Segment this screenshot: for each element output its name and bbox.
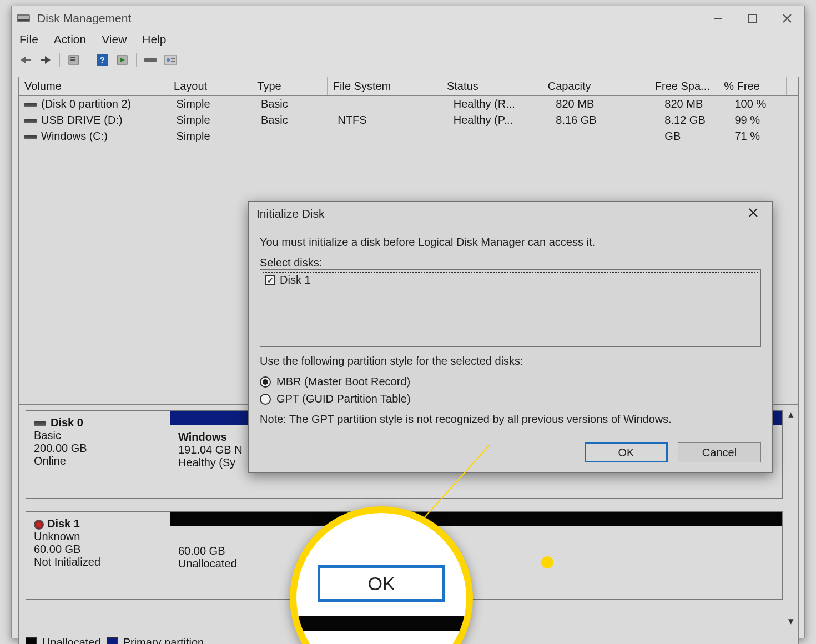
partition-unallocated[interactable]: 60.00 GB Unallocated [170,526,782,599]
properties-icon[interactable] [66,53,82,67]
col-pct-free[interactable]: % Free [718,77,787,95]
disk-icon [34,421,46,426]
volume-name: (Disk 0 partition 2) [41,98,131,110]
col-free-space[interactable]: Free Spa... [649,77,718,95]
disk-type: Basic [34,429,162,442]
dialog-title-bar: Initialize Disk [249,202,772,226]
refresh-icon[interactable] [114,53,130,67]
col-capacity[interactable]: Capacity [542,77,649,95]
unallocated-stripe [170,512,782,526]
dialog-instruction: You must initialize a disk before Logica… [260,236,761,249]
disk-name: Disk 1 [47,517,80,530]
radio-label: GPT (GUID Partition Table) [276,393,411,405]
svg-rect-18 [144,58,157,62]
disk-checkbox[interactable]: ✓ [265,275,275,285]
disk-type: Unknown [34,530,162,543]
col-type[interactable]: Type [251,77,328,95]
select-disks-label: Select disks: [260,256,761,269]
col-volume[interactable]: Volume [19,77,168,95]
menu-action[interactable]: Action [54,33,86,46]
window-title: Disk Management [37,12,131,25]
disk-name: Disk 0 [51,416,83,429]
disk-list-item[interactable]: ✓ Disk 1 [263,272,758,288]
help-icon[interactable]: ? [94,53,110,67]
legend-swatch-primary [107,637,118,645]
initialize-disk-dialog: Initialize Disk You must initialize a di… [248,201,773,473]
svg-rect-1 [18,16,29,19]
volume-icon [24,103,37,107]
svg-text:?: ? [99,55,104,64]
maximize-button[interactable] [736,7,770,29]
svg-rect-10 [41,59,45,61]
radio-gpt[interactable]: GPT (GUID Partition Table) [260,393,761,405]
callout-dot [541,556,553,568]
cancel-button[interactable]: Cancel [678,442,761,462]
magnified-ok-button: OK [318,565,445,602]
volume-name: Windows (C:) [41,130,108,142]
svg-rect-4 [749,14,757,22]
minimize-button[interactable] [701,7,736,29]
col-layout[interactable]: Layout [168,77,251,95]
disk-icon[interactable] [142,53,159,67]
scroll-up-icon[interactable]: ▴ [785,408,797,420]
svg-rect-2 [18,19,29,21]
radio-mbr-icon [260,376,271,388]
volume-row[interactable]: Windows (C:) Simple GB 71 % [19,128,798,144]
disk1-info[interactable]: Disk 1 Unknown 60.00 GB Not Initialized [26,511,170,600]
svg-rect-13 [70,59,75,61]
col-status[interactable]: Status [441,77,542,95]
svg-rect-8 [26,59,31,61]
disk-status: Not Initialized [34,556,162,568]
disk-item-label: Disk 1 [280,274,311,286]
svg-marker-9 [45,56,51,64]
volume-row[interactable]: (Disk 0 partition 2) Simple Basic Health… [19,96,798,112]
app-icon [16,12,32,24]
scroll-down-icon[interactable]: ▾ [785,615,797,627]
svg-rect-19 [164,56,177,64]
back-button[interactable] [17,53,34,67]
dialog-close-button[interactable] [742,206,764,222]
menu-file[interactable]: File [19,33,38,46]
svg-marker-7 [21,56,26,64]
disk-status: Online [34,455,162,467]
uninitialized-disk-icon [34,520,44,530]
disk0-info[interactable]: Disk 0 Basic 200.00 GB Online [26,410,170,499]
radio-label: MBR (Master Boot Record) [276,375,410,388]
partition-style-label: Use the following partition style for th… [260,355,761,368]
svg-rect-21 [171,58,175,59]
close-button[interactable] [770,7,804,29]
title-bar: Disk Management [12,6,804,31]
ok-button[interactable]: OK [585,442,668,462]
legend-primary-label: Primary partition [123,636,204,644]
dialog-note: Note: The GPT partition style is not rec… [260,413,693,426]
volume-icon [24,119,37,123]
svg-rect-12 [70,57,75,58]
menu-view[interactable]: View [102,33,127,46]
dialog-title: Initialize Disk [256,207,325,220]
radio-mbr[interactable]: MBR (Master Boot Record) [260,375,761,388]
disk-list: ✓ Disk 1 [260,269,761,347]
settings-icon[interactable] [162,53,179,67]
legend-swatch-unallocated [26,637,37,645]
volume-icon [24,135,37,139]
menu-bar: File Action View Help [12,31,804,52]
volume-name: USB DRIVE (D:) [41,114,123,126]
radio-gpt-icon [260,394,271,405]
col-file-system[interactable]: File System [328,77,441,95]
legend: Unallocated Primary partition [26,636,204,644]
forward-button[interactable] [37,53,54,67]
disk-size: 200.00 GB [34,442,162,455]
magnified-stripe [296,616,466,631]
volume-row[interactable]: USB DRIVE (D:) Simple Basic NTFS Healthy… [19,112,798,128]
volume-header-row: Volume Layout Type File System Status Ca… [19,77,798,96]
menu-help[interactable]: Help [142,33,166,46]
legend-unallocated-label: Unallocated [42,636,101,644]
svg-point-20 [167,58,170,62]
toolbar: ? [12,52,804,71]
svg-rect-22 [171,61,175,62]
disk-size: 60.00 GB [34,543,162,556]
